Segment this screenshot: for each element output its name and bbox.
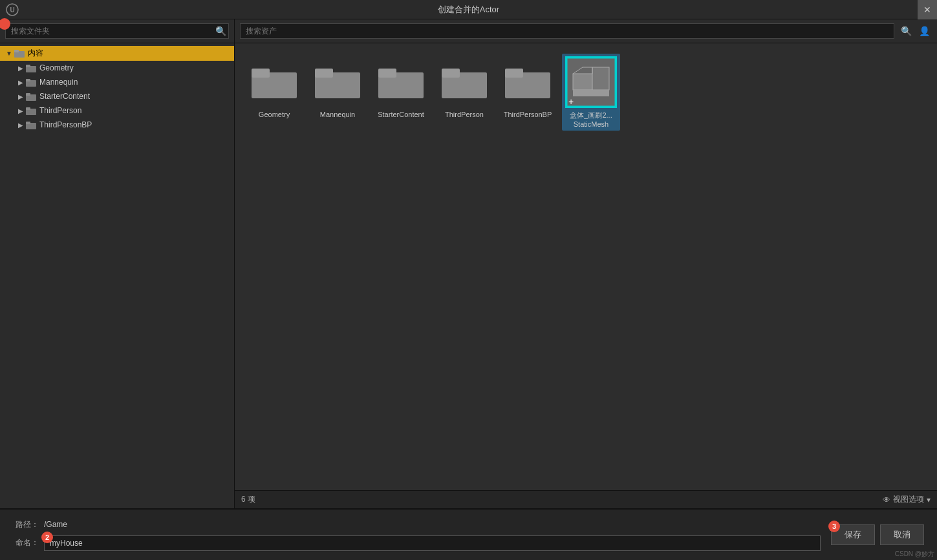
- svg-rect-23: [505, 69, 523, 78]
- asset-label-mannequin: Mannequin: [320, 111, 355, 118]
- asset-label-staticmesh: 盒体_画刷2...StaticMesh: [570, 111, 612, 128]
- staticmesh-preview: +: [565, 56, 617, 108]
- left-panel: 🔍 ▼ 内容 ▶: [0, 19, 235, 508]
- folder-icon-geometry: [26, 63, 36, 73]
- asset-thumbnail-thirdpersonbp: [502, 56, 554, 108]
- path-value: /Game: [44, 520, 67, 529]
- tree-arrow-thirdpersonbp: ▶: [17, 121, 25, 129]
- svg-rect-7: [26, 79, 30, 81]
- svg-text:U: U: [10, 6, 14, 14]
- bottom-buttons: 3 保存 取消: [831, 524, 924, 545]
- svg-text:+: +: [568, 96, 574, 107]
- asset-thumbnail-geometry: [248, 56, 300, 108]
- path-label: 路径：: [13, 519, 39, 530]
- tree-label-geometry: Geometry: [39, 63, 74, 72]
- svg-rect-21: [442, 69, 460, 78]
- asset-label-startercontent: StarterContent: [378, 111, 424, 118]
- folder-icon-thirdpersonbp: [26, 120, 36, 130]
- asset-item-staticmesh[interactable]: + 盒体_画刷2...StaticMesh: [562, 54, 620, 131]
- asset-search-input[interactable]: [240, 23, 894, 39]
- asset-label-thirdpersonbp: ThirdPersonBP: [504, 111, 552, 118]
- view-options-label: 视图选项: [893, 494, 924, 505]
- asset-item-thirdpersonbp[interactable]: ThirdPersonBP: [499, 54, 557, 131]
- name-label: 命名：: [13, 537, 39, 548]
- tree-item-geometry[interactable]: ▶ Geometry: [12, 61, 234, 75]
- ue-logo: U: [5, 3, 19, 17]
- tree-label-thirdperson: ThirdPerson: [39, 106, 81, 115]
- folder-icon-root: [14, 48, 25, 59]
- asset-item-geometry[interactable]: Geometry: [245, 54, 303, 131]
- asset-item-mannequin[interactable]: Mannequin: [308, 54, 367, 131]
- right-panel: 🔍 👤 Geometry: [235, 19, 937, 508]
- bottom-fields: 路径： /Game 命名： 2: [13, 519, 821, 551]
- svg-rect-26: [592, 67, 609, 90]
- tree-arrow-root: ▼: [5, 50, 13, 58]
- asset-thumbnail-startercontent: [375, 56, 427, 108]
- svg-rect-27: [573, 90, 609, 96]
- folder-search-bar: 🔍: [0, 19, 234, 43]
- main-container: 🔍 ▼ 内容 ▶: [0, 19, 937, 508]
- search-icons: 🔍 👤: [898, 23, 932, 39]
- tree-item-startercontent[interactable]: ▶ StarterContent: [12, 89, 234, 103]
- title-bar: U 创建合并的Actor ✕: [0, 0, 937, 19]
- step-badge-2: 2: [41, 532, 53, 543]
- svg-rect-19: [378, 69, 396, 78]
- asset-thumbnail-staticmesh: +: [565, 56, 617, 108]
- bottom-panel: 路径： /Game 命名： 2 3 保存 取消: [0, 508, 937, 560]
- item-count: 6 项: [241, 494, 255, 505]
- step-badge-3: 3: [828, 521, 840, 532]
- tree-item-thirdperson[interactable]: ▶ ThirdPerson: [12, 103, 234, 118]
- svg-rect-25: [573, 74, 592, 90]
- asset-search-bar: 🔍 👤: [235, 19, 937, 43]
- svg-rect-13: [26, 122, 30, 124]
- tree-arrow-mannequin: ▶: [17, 78, 25, 86]
- tree-item-root[interactable]: ▼ 内容: [0, 46, 234, 61]
- name-input[interactable]: [44, 535, 821, 551]
- asset-item-startercontent[interactable]: StarterContent: [372, 54, 430, 131]
- user-icon[interactable]: 👤: [916, 23, 932, 39]
- eye-icon: 👁: [883, 495, 890, 504]
- status-bar: 6 项 👁 视图选项 ▾: [235, 490, 937, 508]
- asset-label-thirdperson: ThirdPerson: [445, 111, 484, 118]
- asset-label-geometry: Geometry: [259, 111, 290, 118]
- tree-arrow-thirdperson: ▶: [17, 107, 25, 114]
- view-options-button[interactable]: 👁 视图选项 ▾: [883, 494, 931, 505]
- folder-search-icon[interactable]: 🔍: [215, 26, 226, 36]
- svg-rect-11: [26, 107, 30, 110]
- svg-rect-17: [315, 69, 333, 78]
- tree-children: ▶ Geometry ▶: [0, 61, 234, 132]
- svg-rect-15: [252, 69, 270, 78]
- dialog-title: 创建合并的Actor: [438, 4, 499, 16]
- folder-icon-mannequin: [26, 77, 36, 87]
- folder-search-input[interactable]: [5, 23, 229, 39]
- svg-rect-5: [26, 65, 30, 67]
- tree-item-thirdpersonbp[interactable]: ▶ ThirdPersonBP: [12, 118, 234, 132]
- tree-arrow-geometry: ▶: [17, 64, 25, 72]
- chevron-down-icon: ▾: [927, 495, 931, 504]
- asset-thumbnail-mannequin: [312, 56, 363, 108]
- tree-label-startercontent: StarterContent: [39, 92, 90, 101]
- asset-thumbnail-thirdperson: [438, 56, 490, 108]
- asset-item-thirdperson[interactable]: ThirdPerson: [435, 54, 493, 131]
- folder-icon-startercontent: [26, 91, 36, 102]
- folder-icon-thirdperson: [26, 105, 36, 116]
- tree-label-mannequin: Mannequin: [39, 78, 78, 87]
- cancel-button[interactable]: 取消: [880, 524, 924, 545]
- watermark: CSDN @妙方: [895, 550, 934, 559]
- close-button[interactable]: ✕: [918, 0, 937, 19]
- asset-grid: Geometry Mannequin: [235, 43, 937, 490]
- tree-arrow-startercontent: ▶: [17, 92, 25, 100]
- folder-tree: ▼ 内容 ▶: [0, 43, 234, 508]
- svg-rect-9: [26, 93, 30, 96]
- name-row: 命名： 2: [13, 535, 821, 551]
- tree-root-label: 内容: [28, 48, 43, 59]
- svg-rect-3: [14, 50, 19, 52]
- tree-item-mannequin[interactable]: ▶ Mannequin: [12, 75, 234, 89]
- search-icon[interactable]: 🔍: [898, 23, 914, 39]
- path-row: 路径： /Game: [13, 519, 821, 530]
- tree-label-thirdpersonbp: ThirdPersonBP: [39, 120, 92, 129]
